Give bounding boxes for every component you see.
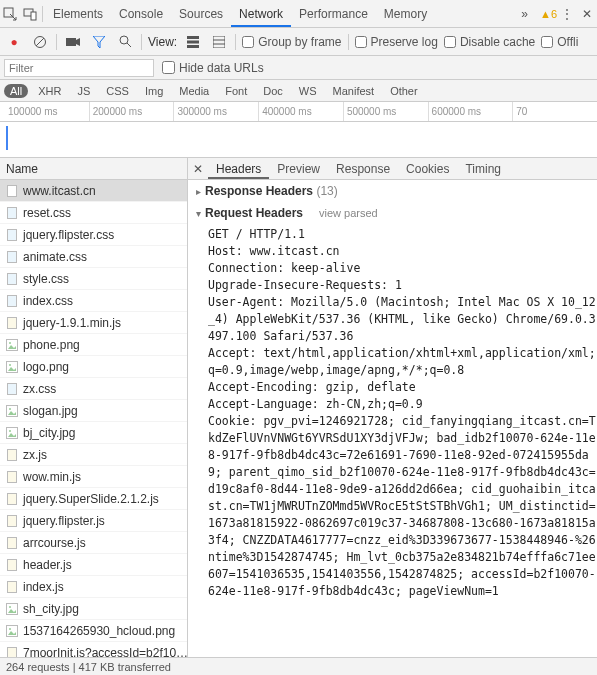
request-row[interactable]: wow.min.js: [0, 466, 187, 488]
filter-input[interactable]: [4, 59, 154, 77]
file-name: bj_city.jpg: [23, 426, 75, 440]
camera-icon[interactable]: [63, 32, 83, 52]
request-row[interactable]: jquery.flipster.css: [0, 224, 187, 246]
type-all[interactable]: All: [4, 84, 28, 98]
detail-panel: ✕ HeadersPreviewResponseCookiesTiming Re…: [188, 158, 597, 657]
svg-rect-17: [8, 251, 17, 262]
type-ws[interactable]: WS: [293, 84, 323, 98]
file-icon: [6, 339, 18, 351]
timeline-ruler[interactable]: 100000 ms200000 ms300000 ms400000 ms5000…: [0, 102, 597, 122]
file-name: index.js: [23, 580, 64, 594]
device-icon[interactable]: [20, 4, 40, 24]
request-row[interactable]: jquery.flipster.js: [0, 510, 187, 532]
request-row[interactable]: bj_city.jpg: [0, 422, 187, 444]
request-row[interactable]: slogan.jpg: [0, 400, 187, 422]
close-icon[interactable]: ✕: [577, 4, 597, 24]
status-bar: 264 requests | 417 KB transferred: [0, 657, 597, 675]
file-name: index.css: [23, 294, 73, 308]
request-headers-section[interactable]: Request Headers view parsed: [188, 202, 597, 224]
request-row[interactable]: logo.png: [0, 356, 187, 378]
type-other[interactable]: Other: [384, 84, 424, 98]
request-row[interactable]: 1537164265930_hcloud.png: [0, 620, 187, 642]
svg-rect-35: [8, 559, 17, 570]
file-icon: [6, 295, 18, 307]
file-name: reset.css: [23, 206, 71, 220]
request-row[interactable]: jquery-1.9.1.min.js: [0, 312, 187, 334]
file-icon: [6, 251, 18, 263]
preserve-log-checkbox[interactable]: Preserve log: [355, 35, 438, 49]
file-icon: [6, 449, 18, 461]
request-row[interactable]: animate.css: [0, 246, 187, 268]
ruler-tick: 500000 ms: [343, 102, 428, 121]
svg-rect-14: [8, 185, 17, 196]
file-icon: [6, 559, 18, 571]
ruler-tick: 600000 ms: [428, 102, 513, 121]
more-tabs[interactable]: »: [513, 0, 536, 28]
response-headers-section[interactable]: Response Headers (13): [188, 180, 597, 202]
tab-elements[interactable]: Elements: [45, 0, 111, 27]
request-headers-body: GET / HTTP/1.1 Host: www.itcast.cn Conne…: [188, 224, 597, 602]
file-icon: [6, 361, 18, 373]
file-name: 7moorInit.js?accessId=b2f10…: [23, 646, 187, 658]
request-row[interactable]: www.itcast.cn: [0, 180, 187, 202]
detail-tab-headers[interactable]: Headers: [208, 158, 269, 179]
file-icon: [6, 471, 18, 483]
detail-tab-response[interactable]: Response: [328, 158, 398, 179]
detail-tab-timing[interactable]: Timing: [457, 158, 509, 179]
request-row[interactable]: phone.png: [0, 334, 187, 356]
svg-point-24: [9, 364, 11, 366]
view-large-icon[interactable]: [183, 32, 203, 52]
main-tabs: ElementsConsoleSourcesNetworkPerformance…: [0, 0, 597, 28]
request-row[interactable]: jquery.SuperSlide.2.1.2.js: [0, 488, 187, 510]
tab-memory[interactable]: Memory: [376, 0, 435, 27]
offline-checkbox[interactable]: Offli: [541, 35, 578, 49]
request-row[interactable]: 7moorInit.js?accessId=b2f10…: [0, 642, 187, 657]
request-row[interactable]: index.css: [0, 290, 187, 312]
clear-button[interactable]: [30, 32, 50, 52]
type-css[interactable]: CSS: [100, 84, 135, 98]
tab-sources[interactable]: Sources: [171, 0, 231, 27]
file-name: jquery.SuperSlide.2.1.2.js: [23, 492, 159, 506]
type-media[interactable]: Media: [173, 84, 215, 98]
tab-network[interactable]: Network: [231, 0, 291, 27]
detail-tab-preview[interactable]: Preview: [269, 158, 328, 179]
request-row[interactable]: header.js: [0, 554, 187, 576]
svg-point-27: [9, 408, 11, 410]
type-manifest[interactable]: Manifest: [327, 84, 381, 98]
view-parsed-link[interactable]: view parsed: [319, 207, 378, 219]
type-doc[interactable]: Doc: [257, 84, 289, 98]
request-row[interactable]: style.css: [0, 268, 187, 290]
type-xhr[interactable]: XHR: [32, 84, 67, 98]
view-overview-icon[interactable]: [209, 32, 229, 52]
kebab-icon[interactable]: ⋮: [557, 4, 577, 24]
request-row[interactable]: zx.js: [0, 444, 187, 466]
inspect-icon[interactable]: [0, 4, 20, 24]
group-by-frame-checkbox[interactable]: Group by frame: [242, 35, 341, 49]
file-name: jquery.flipster.css: [23, 228, 114, 242]
tab-performance[interactable]: Performance: [291, 0, 376, 27]
request-row[interactable]: sh_city.jpg: [0, 598, 187, 620]
file-name: zx.css: [23, 382, 56, 396]
hide-data-urls-checkbox[interactable]: Hide data URLs: [162, 61, 264, 75]
ruler-tick: 100000 ms: [0, 102, 89, 121]
close-detail-icon[interactable]: ✕: [188, 162, 208, 176]
type-font[interactable]: Font: [219, 84, 253, 98]
search-icon[interactable]: [115, 32, 135, 52]
filter-icon[interactable]: [89, 32, 109, 52]
record-button[interactable]: ●: [4, 32, 24, 52]
disable-cache-checkbox[interactable]: Disable cache: [444, 35, 535, 49]
timeline-overview[interactable]: [0, 122, 597, 158]
warning-badge[interactable]: ▲ 6: [540, 8, 557, 20]
name-header[interactable]: Name: [0, 158, 187, 180]
type-js[interactable]: JS: [71, 84, 96, 98]
type-img[interactable]: Img: [139, 84, 169, 98]
request-row[interactable]: reset.css: [0, 202, 187, 224]
tab-console[interactable]: Console: [111, 0, 171, 27]
svg-rect-25: [8, 383, 17, 394]
request-row[interactable]: zx.css: [0, 378, 187, 400]
request-row[interactable]: arrcourse.js: [0, 532, 187, 554]
file-icon: [6, 229, 18, 241]
request-row[interactable]: index.js: [0, 576, 187, 598]
svg-rect-33: [8, 515, 17, 526]
detail-tab-cookies[interactable]: Cookies: [398, 158, 457, 179]
